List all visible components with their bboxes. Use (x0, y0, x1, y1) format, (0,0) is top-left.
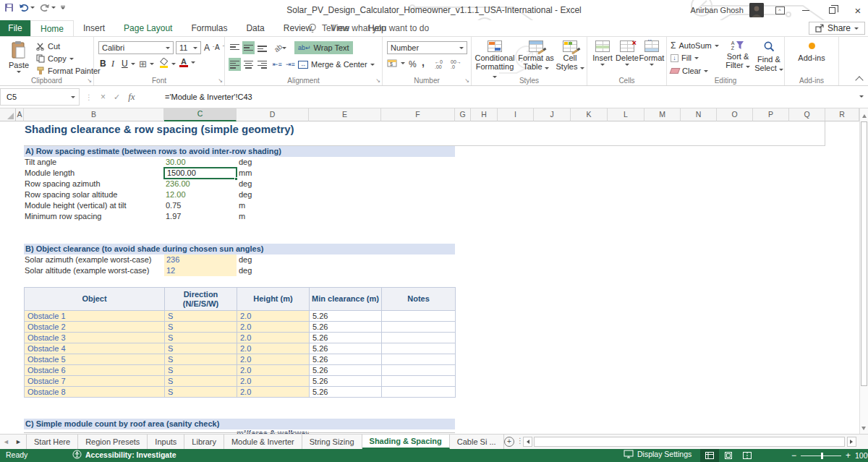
kv-unit[interactable]: m (239, 200, 304, 211)
table-cell[interactable]: Obstacle 3 (25, 333, 165, 343)
column-header-P[interactable]: P (753, 108, 789, 121)
select-all-corner[interactable] (0, 108, 16, 121)
restore-button[interactable] (822, 1, 842, 20)
table-cell[interactable]: Obstacle 6 (25, 365, 165, 376)
save-icon[interactable] (4, 3, 14, 12)
table-cell[interactable]: 2.0 (237, 322, 310, 333)
table-cell[interactable]: Obstacle 4 (25, 343, 165, 354)
collapse-ribbon-icon[interactable] (855, 76, 863, 84)
column-header-N[interactable]: N (681, 108, 717, 121)
table-cell[interactable]: 2.0 (237, 354, 310, 365)
tab-file[interactable]: File (0, 20, 30, 36)
zoom-slider-thumb[interactable] (821, 453, 823, 459)
customize-qat-icon[interactable] (61, 6, 65, 9)
table-header-direction[interactable]: Direction(N/E/S/W) (165, 288, 237, 311)
sheet-tab-string-sizing[interactable]: String Sizing (302, 435, 362, 449)
column-header-I[interactable]: I (498, 108, 534, 121)
table-cell[interactable]: S (165, 387, 237, 398)
table-cell[interactable] (382, 343, 456, 354)
vertical-scrollbar[interactable] (859, 108, 868, 434)
sheet-canvas[interactable]: Shading clearance & row spacing (simple … (0, 121, 859, 434)
tab-formulas[interactable]: Formulas (182, 20, 237, 36)
kv-unit[interactable]: deg (239, 254, 304, 265)
vertical-scroll-thumb[interactable] (861, 121, 867, 386)
format-as-table-button[interactable]: Format asTable (518, 40, 554, 71)
autosum-button[interactable]: Σ AutoSum (671, 40, 719, 51)
column-header-J[interactable]: J (534, 108, 571, 121)
delete-cells-button[interactable]: × Delete (615, 40, 639, 66)
table-cell[interactable]: 2.0 (237, 343, 310, 354)
kv-label[interactable]: Row spacing solar altitude (25, 189, 163, 200)
fill-handle[interactable] (234, 177, 238, 181)
avatar[interactable] (749, 3, 764, 17)
table-cell[interactable]: Obstacle 5 (25, 354, 165, 365)
merge-center-button[interactable]: ↔ Merge & Center (294, 58, 378, 71)
paste-button[interactable]: Paste (4, 40, 33, 73)
column-header-Q[interactable]: Q (789, 108, 825, 121)
table-cell[interactable]: S (165, 354, 237, 365)
column-header-A[interactable]: A (16, 108, 24, 121)
accounting-format-button[interactable]: $ (387, 59, 405, 67)
table-cell[interactable]: S (165, 343, 237, 354)
table-cell[interactable]: Obstacle 7 (25, 376, 165, 387)
table-header-object[interactable]: Object (25, 288, 165, 311)
normal-view-icon[interactable] (700, 449, 719, 462)
align-middle-icon[interactable] (242, 41, 255, 54)
column-header-L[interactable]: L (608, 108, 644, 121)
align-right-icon[interactable] (256, 58, 268, 71)
table-header-min-clearance[interactable]: Min clearance (m) (310, 288, 382, 311)
cancel-entry-icon[interactable]: × (101, 92, 106, 102)
insert-cells-button[interactable]: Insert (590, 40, 615, 66)
table-cell[interactable]: Obstacle 8 (25, 387, 165, 398)
column-header-G[interactable]: G (455, 108, 471, 121)
table-cell[interactable]: S (165, 365, 237, 376)
table-header-height[interactable]: Height (m) (237, 288, 310, 311)
insert-function-icon[interactable]: fx (128, 91, 135, 103)
scroll-down-icon[interactable] (861, 427, 866, 432)
dialog-launcher-icon[interactable]: ↘ (218, 77, 223, 84)
sheet-tab-library[interactable]: Library (184, 435, 224, 449)
table-cell[interactable] (382, 311, 456, 322)
kv-unit[interactable]: mm (239, 168, 304, 179)
column-header-C[interactable]: C (164, 108, 237, 121)
redo-icon[interactable] (40, 4, 56, 12)
underline-button[interactable]: U (122, 59, 135, 69)
kv-value[interactable]: 236 (164, 254, 237, 265)
table-cell[interactable]: Obstacle 1 (25, 311, 165, 322)
table-cell[interactable]: S (165, 333, 237, 343)
cell-styles-button[interactable]: CellStyles (554, 40, 586, 71)
kv-value[interactable]: 236.00 (166, 179, 235, 189)
horizontal-scrollbar[interactable] (534, 437, 845, 447)
sheet-tab-shading-spacing[interactable]: Shading & Spacing (362, 435, 450, 449)
kv-label[interactable]: Solar altitude (example worst-case) (25, 265, 163, 276)
sheet-tab-region-presets[interactable]: Region Presets (78, 435, 148, 449)
ribbon-display-options-icon[interactable]: ^ (770, 1, 790, 20)
confirm-entry-icon[interactable]: ✓ (114, 93, 120, 102)
clear-button[interactable]: Clear (671, 67, 708, 75)
copy-button[interactable]: Copy (36, 54, 74, 63)
table-cell[interactable]: 5.26 (310, 354, 382, 365)
sort-filter-button[interactable]: AZ Sort &Filter (722, 40, 754, 69)
section-b-header[interactable]: B) Object clearance (to avoid shade duri… (24, 244, 455, 254)
tab-scroll-left-icon[interactable]: ◄ (3, 438, 9, 445)
borders-button[interactable]: ⊞ (139, 59, 154, 69)
align-bottom-icon[interactable] (256, 41, 268, 54)
column-header-B[interactable]: B (24, 108, 164, 121)
italic-button[interactable]: I (111, 59, 114, 69)
zoom-percent[interactable]: 100% (855, 451, 868, 460)
column-header-O[interactable]: O (717, 108, 753, 121)
kv-unit[interactable]: deg (239, 157, 304, 168)
table-cell[interactable] (382, 365, 456, 376)
sheet-tab-inputs[interactable]: Inputs (148, 435, 184, 449)
section-a-header[interactable]: A) Row spacing estimate (between rows to… (24, 146, 455, 157)
align-top-icon[interactable] (229, 41, 241, 54)
zoom-in-icon[interactable]: + (846, 450, 851, 461)
kv-value[interactable]: 0.75 (166, 200, 235, 211)
addins-button[interactable]: Add-ins (791, 43, 833, 62)
close-button[interactable]: × (848, 1, 868, 20)
formula-text[interactable]: ='Module & Inverter'!C43 (165, 88, 252, 106)
column-header-F[interactable]: F (381, 108, 455, 121)
display-settings-button[interactable]: Display Settings (624, 450, 692, 458)
accessibility-status[interactable]: Accessibility: Investigate (72, 450, 176, 459)
fill-button[interactable]: ↓ Fill (671, 54, 699, 62)
